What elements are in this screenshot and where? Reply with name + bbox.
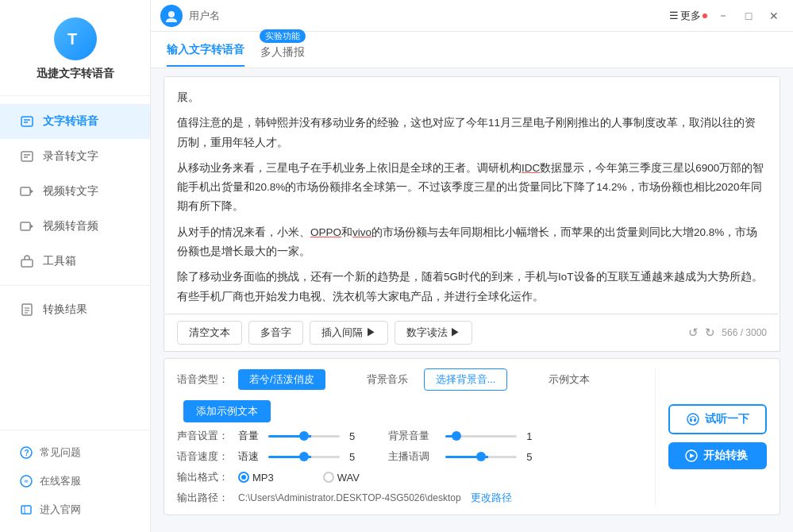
- sidebar-item-label: 转换结果: [43, 303, 87, 317]
- change-path-button[interactable]: 更改路径: [471, 491, 512, 505]
- clear-text-button[interactable]: 清空文本: [177, 321, 242, 345]
- undo-button[interactable]: ↺: [688, 326, 699, 340]
- svg-rect-12: [22, 304, 32, 315]
- hamburger-icon: ☰: [669, 10, 679, 21]
- sidebar-item-label: 工具箱: [43, 254, 76, 268]
- convert-label: 开始转换: [703, 449, 748, 463]
- convert-button[interactable]: 开始转换: [668, 442, 767, 469]
- text-editor[interactable]: 展。 值得注意的是，韩钟熙并没有移动业务的经验，这也对应了今年11月三星电子刚刚…: [164, 76, 780, 314]
- wav-radio-dot: [323, 472, 334, 483]
- tabs-bar: 输入文字转语音 实验功能 多人播报: [151, 32, 793, 68]
- sidebar-item-label: 录音转文字: [43, 149, 98, 164]
- settings-row-volume: 声音设置： 音量 5 背景音量 1: [177, 429, 645, 443]
- insert-pause-label: 插入间隔 ▶: [321, 326, 376, 340]
- bg-music-button[interactable]: 选择背景音...: [424, 368, 508, 391]
- sidebar-item-video-to-text[interactable]: 视频转文字: [0, 174, 150, 209]
- close-button[interactable]: ✕: [764, 6, 783, 25]
- text-line-5: 除了移动业务面临的挑战，还有一个新的趋势是，随着5G时代的到来，手机与IoT设备…: [177, 268, 767, 306]
- app-logo: T 迅捷文字转语音: [0, 0, 150, 96]
- settings-row-path: 输出路径： C:\Users\Administrator.DESKTOP-4SG…: [177, 491, 645, 505]
- pitch-slider-container: [445, 456, 517, 458]
- listen-label: 试听一下: [705, 412, 749, 426]
- headphone-icon: [686, 412, 700, 426]
- faq-icon: ?: [19, 445, 33, 460]
- tab-multi-broadcast[interactable]: 实验功能 多人播报: [260, 31, 305, 69]
- settings-area: 语音类型： 若兮/活泼俏皮 背景音乐 选择背景音... 示例文本 添加示例文本: [164, 358, 780, 515]
- mp3-radio-dot: [238, 472, 249, 483]
- settings-main: 语音类型： 若兮/活泼俏皮 背景音乐 选择背景音... 示例文本 添加示例文本: [177, 368, 645, 505]
- speed-sub: 语速: [238, 449, 259, 464]
- settings-row-voice: 语音类型： 若兮/活泼俏皮 背景音乐 选择背景音... 示例文本 添加示例文本: [177, 368, 645, 422]
- settings-row-format: 输出格式： MP3 WAV: [177, 470, 645, 484]
- pitch-label: 主播语调: [388, 449, 436, 464]
- more-button[interactable]: ☰ 更多: [669, 9, 707, 23]
- mp3-label: MP3: [252, 472, 274, 484]
- svg-rect-9: [21, 222, 30, 230]
- number-reading-button[interactable]: 数字读法 ▶: [395, 321, 473, 345]
- video-to-audio-icon: [19, 218, 35, 234]
- username: 用户名: [189, 9, 220, 23]
- add-example-button[interactable]: 添加示例文本: [183, 400, 271, 422]
- svg-rect-19: [21, 506, 31, 514]
- sidebar-item-recording-to-text[interactable]: 录音转文字: [0, 139, 150, 174]
- voice-type-label: 语音类型：: [177, 372, 229, 387]
- format-wav-option[interactable]: WAV: [323, 472, 360, 484]
- svg-point-21: [168, 11, 175, 17]
- volume-slider-container: [268, 435, 340, 438]
- bg-volume-slider[interactable]: [445, 435, 517, 438]
- voice-type-button[interactable]: 若兮/活泼俏皮: [238, 369, 325, 390]
- sidebar-footer-official-website[interactable]: 进入官网: [0, 495, 150, 524]
- pitch-slider[interactable]: [445, 456, 517, 458]
- sidebar-item-text-to-speech[interactable]: 文字转语音: [0, 104, 150, 139]
- format-mp3-option[interactable]: MP3: [238, 472, 274, 484]
- sidebar-item-video-to-audio[interactable]: 视频转音频: [0, 209, 150, 244]
- sidebar-item-toolbox[interactable]: 工具箱: [0, 244, 150, 279]
- titlebar: 用户名 ☰ 更多 － □ ✕: [151, 0, 793, 32]
- pitch-value: 5: [526, 451, 532, 463]
- notification-dot: [703, 13, 707, 18]
- redo-button[interactable]: ↻: [705, 326, 715, 340]
- toolbox-icon: [19, 253, 35, 269]
- voice-type-value: 若兮/活泼俏皮: [249, 373, 314, 385]
- avatar: [160, 5, 183, 27]
- footer-item-label: 常见问题: [40, 445, 81, 460]
- minimize-button[interactable]: －: [714, 6, 733, 25]
- oppo-text: OPPO: [310, 226, 341, 238]
- polyphonic-button[interactable]: 多音字: [248, 321, 303, 345]
- sidebar-footer-online-service[interactable]: 在线客服: [0, 467, 150, 495]
- polyphonic-label: 多音字: [260, 326, 291, 340]
- titlebar-right: ☰ 更多 － □ ✕: [669, 6, 783, 25]
- tab-label: 多人播报: [260, 45, 305, 58]
- svg-rect-7: [21, 187, 30, 195]
- sidebar-footer: ? 常见问题 在线客服 进入官网: [0, 430, 150, 532]
- format-radio-group: MP3 WAV: [238, 472, 360, 484]
- sidebar-item-label: 视频转音频: [43, 219, 98, 233]
- maximize-button[interactable]: □: [739, 6, 758, 25]
- add-example-label: 添加示例文本: [196, 405, 258, 417]
- settings-row-speed: 语音速度： 语速 5 主播语调 5: [177, 449, 645, 464]
- experiment-badge: 实验功能: [260, 29, 306, 43]
- sidebar-item-conversion-result[interactable]: 转换结果: [0, 292, 150, 327]
- online-service-icon: [19, 474, 33, 488]
- sidebar-footer-faq[interactable]: ? 常见问题: [0, 438, 150, 467]
- speed-slider[interactable]: [268, 456, 340, 458]
- wav-label: WAV: [337, 472, 360, 484]
- svg-rect-1: [21, 117, 33, 126]
- svg-rect-23: [690, 418, 692, 422]
- bg-volume-label: 背景音量: [388, 429, 436, 443]
- main-content: 用户名 ☰ 更多 － □ ✕ 输入文字转语音 实验功能 多人播报 展。 值得注意…: [151, 0, 793, 532]
- speed-label: 语音速度：: [177, 449, 229, 464]
- svg-marker-26: [690, 453, 695, 458]
- footer-item-label: 进入官网: [40, 503, 81, 517]
- listen-button[interactable]: 试听一下: [668, 404, 767, 434]
- sidebar: T 迅捷文字转语音 文字转语音: [0, 0, 151, 532]
- tab-text-input[interactable]: 输入文字转语音: [167, 33, 244, 67]
- volume-slider[interactable]: [268, 435, 340, 438]
- speed-value: 5: [349, 451, 355, 463]
- settings-and-actions: 语音类型： 若兮/活泼俏皮 背景音乐 选择背景音... 示例文本 添加示例文本: [177, 368, 767, 505]
- speed-slider-container: [268, 456, 340, 458]
- text-line-2: 值得注意的是，韩钟熙并没有移动业务的经验，这也对应了今年11月三星电子刚刚推出的…: [177, 114, 767, 152]
- insert-pause-button[interactable]: 插入间隔 ▶: [310, 321, 388, 345]
- vivo-text: vivo: [352, 226, 371, 238]
- app-title: 迅捷文字转语音: [37, 67, 114, 81]
